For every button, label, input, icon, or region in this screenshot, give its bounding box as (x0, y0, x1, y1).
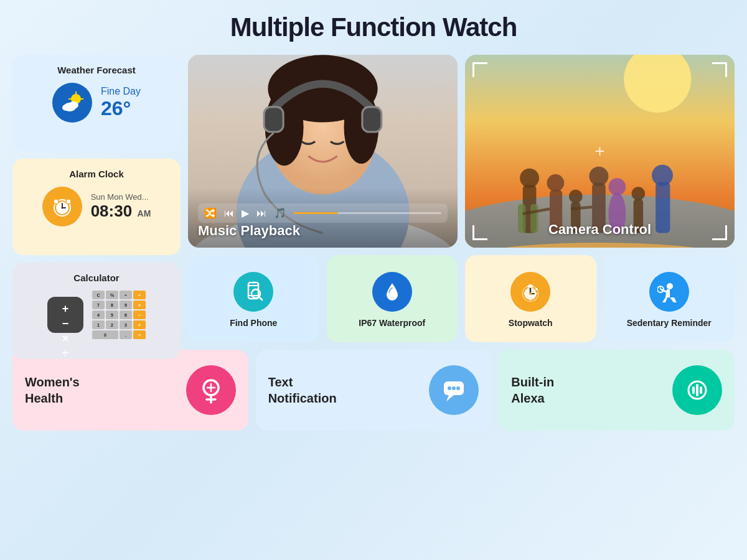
sedentary-label: Sedentary Reminder (627, 318, 712, 328)
music-shuffle-btn[interactable]: 🔀 (204, 207, 217, 219)
calc-btn-3: 3 (120, 320, 132, 329)
alarm-ampm: AM (138, 208, 151, 218)
alexa-icon-svg (684, 376, 711, 404)
calc-btn-8: 8 (106, 301, 118, 309)
svg-rect-26 (363, 108, 380, 131)
text-notification-text-area: TextNotification (268, 374, 420, 406)
svg-point-77 (448, 386, 451, 390)
calculator-title: Calculator (22, 273, 171, 283)
womens-health-label: Women'sHealth (25, 374, 176, 406)
weather-condition: Fine Day (101, 86, 141, 97)
text-notification-icon (429, 365, 479, 415)
svg-line-48 (571, 207, 592, 209)
svg-line-53 (259, 297, 262, 300)
calc-btn-1: 1 (92, 320, 105, 329)
womens-health-text-area: Women'sHealth (25, 374, 176, 406)
page-title: Multiple Function Watch (230, 12, 517, 42)
alexa-card: Built-inAlexa (499, 350, 735, 431)
camera-label: Camera Control (465, 222, 735, 238)
alarm-text: Sun Mon Wed... 08:30 AM (91, 192, 151, 221)
calculator-grid: C % ÷ ÷ 7 8 9 × 4 5 6 − 1 2 3 + 0 (92, 291, 146, 339)
calc-btn-mul: × (133, 301, 146, 309)
calculator-card: Calculator + − × ÷ C % ÷ ÷ 7 8 9 (12, 263, 181, 359)
alarm-card: Alarm Clock (12, 159, 181, 255)
alarm-title: Alarm Clock (22, 169, 171, 179)
weather-inner: Fine Day 26° (22, 83, 171, 123)
svg-point-6 (68, 101, 78, 109)
svg-point-42 (608, 178, 626, 195)
camera-background (465, 55, 735, 248)
find-phone-icon-svg (242, 280, 265, 304)
calc-btn-c: C (92, 291, 105, 299)
stopwatch-label: Stopwatch (509, 318, 553, 328)
music-progress-fill (294, 212, 338, 214)
calc-btn-mod: ÷ (120, 291, 132, 299)
calc-btn-sub: − (133, 310, 146, 319)
svg-point-40 (589, 167, 608, 186)
text-notification-icon-svg (440, 376, 467, 404)
text-notification-card: TextNotification (256, 350, 492, 431)
waterproof-label: IP67 Waterproof (359, 318, 425, 328)
weather-icon-svg (60, 90, 85, 115)
calc-btn-pct: % (106, 291, 118, 299)
find-phone-icon (233, 272, 273, 312)
svg-point-61 (529, 292, 532, 295)
waterproof-card: IP67 Waterproof (327, 255, 458, 342)
svg-rect-82 (696, 384, 698, 396)
alarm-inner: Sun Mon Wed... 08:30 AM (22, 187, 171, 226)
waterproof-icon-svg (380, 280, 404, 304)
calc-divide: ÷ (59, 347, 72, 359)
svg-point-66 (667, 283, 673, 289)
stopwatch-card: Stopwatch (465, 255, 596, 342)
womens-health-card: Women'sHealth (12, 350, 248, 431)
svg-point-46 (652, 165, 673, 186)
calc-btn-7: 7 (92, 301, 105, 309)
calc-plus: + (59, 302, 72, 315)
svg-point-32 (520, 169, 539, 188)
alexa-text-area: Built-inAlexa (511, 374, 662, 406)
music-card: 🔀 ⏮ ▶ ⏭ 🎵 Music Playback (188, 55, 458, 248)
text-notification-label: TextNotification (268, 374, 420, 406)
alarm-days: Sun Mon Wed... (91, 192, 149, 202)
alarm-icon (42, 187, 82, 226)
calc-minus: − (59, 317, 72, 330)
svg-point-11 (66, 199, 71, 204)
weather-title: Weather Forecast (22, 65, 171, 75)
svg-point-44 (632, 187, 646, 200)
svg-rect-83 (700, 386, 702, 394)
music-prev-btn[interactable]: ⏮ (224, 208, 234, 219)
music-progress-bar (294, 212, 441, 214)
calc-btn-5: 5 (106, 310, 118, 319)
svg-point-79 (456, 386, 460, 390)
sedentary-card: Sedentary Reminder (604, 255, 735, 342)
sedentary-icon-svg (657, 280, 681, 304)
calc-btn-2: 2 (106, 320, 118, 329)
camera-card: + Camera Control (465, 55, 735, 248)
svg-point-38 (569, 190, 583, 203)
music-next-btn[interactable]: ⏭ (256, 208, 266, 219)
svg-point-78 (452, 386, 456, 390)
womens-health-icon-svg (197, 376, 225, 404)
svg-rect-81 (692, 386, 695, 394)
alexa-icon (672, 365, 722, 415)
music-play-btn[interactable]: ▶ (242, 207, 249, 219)
svg-point-36 (547, 174, 564, 192)
svg-point-7 (62, 105, 70, 111)
stopwatch-icon-svg (519, 280, 542, 304)
music-controls: 🔀 ⏮ ▶ ⏭ 🎵 (198, 203, 448, 223)
calc-btn-0: 0 (92, 330, 118, 339)
music-repeat-btn[interactable]: 🎵 (274, 207, 286, 219)
find-phone-card: Find Phone (188, 255, 319, 342)
music-overlay: 🔀 ⏮ ▶ ⏭ 🎵 Music Playback (188, 187, 458, 248)
calculator-inner: + − × ÷ C % ÷ ÷ 7 8 9 × 4 5 6 (22, 291, 171, 339)
calc-btn-6: 6 (120, 310, 132, 319)
svg-point-14 (61, 207, 63, 209)
svg-rect-24 (265, 108, 283, 131)
weather-temperature: 26° (101, 97, 131, 120)
waterproof-icon (372, 272, 412, 312)
features-row: Find Phone IP67 Waterproof (188, 255, 735, 342)
womens-health-icon (186, 365, 236, 415)
stopwatch-icon (510, 272, 550, 312)
weather-text: Fine Day 26° (101, 86, 141, 120)
bottom-row: Women'sHealth TextNotification (12, 350, 735, 431)
